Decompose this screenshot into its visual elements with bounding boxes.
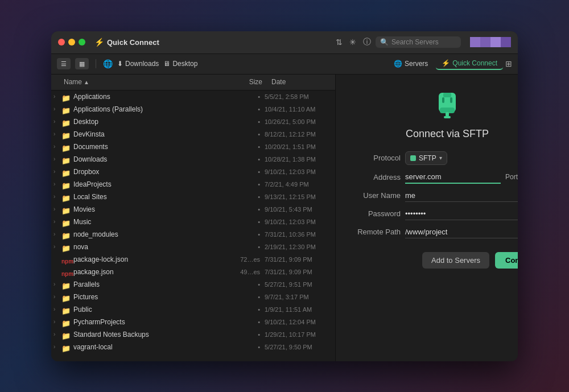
grid-icon[interactable]: ⊞	[505, 59, 512, 68]
chevron-icon: ›	[53, 168, 61, 175]
grid-view-button[interactable]: ▦	[75, 58, 89, 69]
chevron-icon: ›	[53, 93, 61, 100]
list-item[interactable]: ›📁Documents•10/20/21, 1:51 PM	[51, 141, 335, 153]
file-date: 1/9/21, 11:51 AM	[265, 306, 333, 313]
header-name[interactable]: Name ▲	[59, 78, 233, 86]
file-name: Music	[73, 218, 230, 226]
list-item[interactable]: ›📁nova•2/19/21, 12:30 PM	[51, 241, 335, 253]
username-label: User Name	[349, 191, 401, 200]
username-input[interactable]	[405, 189, 518, 202]
folder-icon: 📁	[61, 180, 71, 188]
folder-icon: 📁	[61, 105, 71, 113]
folder-icon: 📁	[61, 155, 71, 163]
file-name: Applications	[73, 93, 230, 101]
list-item[interactable]: ›📁Movies•9/10/21, 5:43 PM	[51, 203, 335, 216]
file-size: 49…es	[230, 269, 265, 275]
file-list: ›📁Applications•5/5/21, 2:58 PM›📁Applicat…	[51, 90, 335, 361]
list-item[interactable]: ›📁Public•1/9/21, 11:51 AM	[51, 303, 335, 316]
file-date: 8/12/21, 12:12 PM	[265, 131, 333, 138]
asterisk-icon[interactable]: ✳	[349, 38, 356, 47]
protocol-select[interactable]: SFTP ▾	[405, 151, 447, 165]
password-label: Password	[349, 209, 401, 218]
list-item[interactable]: ›📁Desktop•10/26/21, 5:00 PM	[51, 115, 335, 128]
file-date: 2/19/21, 12:30 PM	[265, 244, 333, 250]
list-item[interactable]: ›📁vagrant-local•5/27/21, 9:50 PM	[51, 341, 335, 353]
remote-path-input[interactable]	[405, 226, 518, 238]
downloads-tag[interactable]: ⬇ Downloads	[117, 60, 159, 68]
list-item[interactable]: ›📁Dropbox•9/10/21, 12:03 PM	[51, 166, 335, 178]
quick-connect-label: Quick Connect	[452, 59, 497, 67]
list-view-button[interactable]: ☰	[57, 58, 71, 69]
traffic-lights	[58, 39, 85, 46]
file-size: •	[230, 118, 265, 125]
list-item[interactable]: ›📁DevKinsta•8/12/21, 12:12 PM	[51, 128, 335, 141]
folder-icon: 📁	[61, 306, 71, 313]
bolt-icon: ⚡	[94, 38, 104, 47]
header-size[interactable]: Size	[233, 78, 267, 86]
chevron-icon: ›	[53, 218, 61, 225]
list-item[interactable]: ›📁Applications (Parallels)•10/4/21, 11:1…	[51, 103, 335, 115]
file-date: 9/10/21, 5:43 PM	[265, 206, 333, 213]
tab-quick-connect[interactable]: ⚡ Quick Connect	[436, 57, 503, 70]
tab-servers[interactable]: 🌐 Servers	[388, 58, 434, 69]
list-item[interactable]: ›📁Parallels•5/27/21, 9:51 PM	[51, 278, 335, 291]
connect-button[interactable]: Connect	[495, 252, 518, 269]
list-item[interactable]: ›📁IdeaProjects•7/2/21, 4:49 PM	[51, 178, 335, 191]
svg-rect-6	[444, 116, 451, 118]
swatch-2[interactable]	[480, 37, 490, 47]
file-date: 7/31/21, 9:09 PM	[265, 256, 333, 263]
file-date: 7/31/21, 10:36 PM	[265, 231, 333, 238]
desktop-icon: 🖥	[163, 60, 170, 68]
list-item[interactable]: ›📁Local Sites•9/13/21, 12:15 PM	[51, 191, 335, 203]
list-item[interactable]: ›📁Standard Notes Backups•1/29/21, 10:17 …	[51, 328, 335, 341]
tab-bolt-icon: ⚡	[442, 59, 450, 67]
connect-title: Connect via SFTP	[406, 128, 489, 140]
file-date: 9/13/21, 12:15 PM	[265, 193, 333, 200]
minimize-button[interactable]	[68, 39, 75, 46]
swatch-1[interactable]	[470, 37, 480, 47]
sort-icon[interactable]: ⇅	[336, 38, 343, 47]
list-item[interactable]: ›📁PycharmProjects•9/10/21, 12:04 PM	[51, 316, 335, 328]
folder-icon: 📁	[61, 93, 71, 101]
file-size: 72…es	[230, 256, 265, 263]
svg-rect-2	[442, 97, 444, 103]
list-item[interactable]: ›📁Downloads•10/28/21, 1:38 PM	[51, 153, 335, 166]
svg-rect-3	[450, 97, 452, 103]
file-size: •	[230, 231, 265, 238]
list-item[interactable]: ›📁Music•9/10/21, 12:03 PM	[51, 216, 335, 228]
swatch-3[interactable]	[490, 37, 501, 47]
list-item[interactable]: npmpackage.json49…es7/31/21, 9:09 PM	[51, 266, 335, 278]
list-item[interactable]: ›📁node_modules•7/31/21, 10:36 PM	[51, 228, 335, 241]
file-name: vagrant-local	[73, 343, 230, 351]
folder-icon: 📁	[61, 293, 71, 301]
close-button[interactable]	[58, 39, 65, 46]
chevron-icon: ›	[53, 143, 61, 150]
file-date: 9/10/21, 12:03 PM	[265, 218, 333, 225]
button-row: Add to Servers Connect	[422, 252, 518, 269]
file-date: 9/7/21, 3:17 PM	[265, 294, 333, 300]
file-name: Standard Notes Backups	[73, 331, 230, 339]
list-item[interactable]: ›📁Applications•5/5/21, 2:58 PM	[51, 90, 335, 103]
right-panel: Connect via SFTP Protocol SFTP ▾ Address…	[336, 75, 518, 361]
list-item[interactable]: npmpackage-lock.json72…es7/31/21, 9:09 P…	[51, 253, 335, 266]
folder-icon: 📁	[61, 205, 71, 213]
world-icon: 🌐	[103, 59, 113, 68]
address-input[interactable]	[405, 171, 501, 184]
fullscreen-button[interactable]	[79, 39, 85, 46]
list-item[interactable]: ›📁Pictures•9/7/21, 3:17 PM	[51, 291, 335, 303]
folder-icon: 📁	[61, 243, 71, 251]
folder-icon: 📁	[61, 331, 71, 339]
add-to-servers-button[interactable]: Add to Servers	[422, 252, 489, 269]
file-size: •	[230, 143, 265, 150]
chevron-icon: ›	[53, 206, 61, 212]
header-date[interactable]: Date	[267, 78, 335, 86]
servers-globe-icon: 🌐	[394, 60, 402, 68]
info-icon[interactable]: ⓘ	[363, 37, 371, 47]
folder-icon: 📁	[61, 230, 71, 238]
file-size: •	[230, 344, 265, 350]
file-date: 7/2/21, 4:49 PM	[265, 181, 333, 188]
password-input[interactable]	[405, 208, 518, 220]
search-bar[interactable]: 🔍 Search Servers	[376, 36, 461, 48]
desktop-tag[interactable]: 🖥 Desktop	[163, 60, 197, 68]
swatch-4[interactable]	[501, 37, 511, 47]
